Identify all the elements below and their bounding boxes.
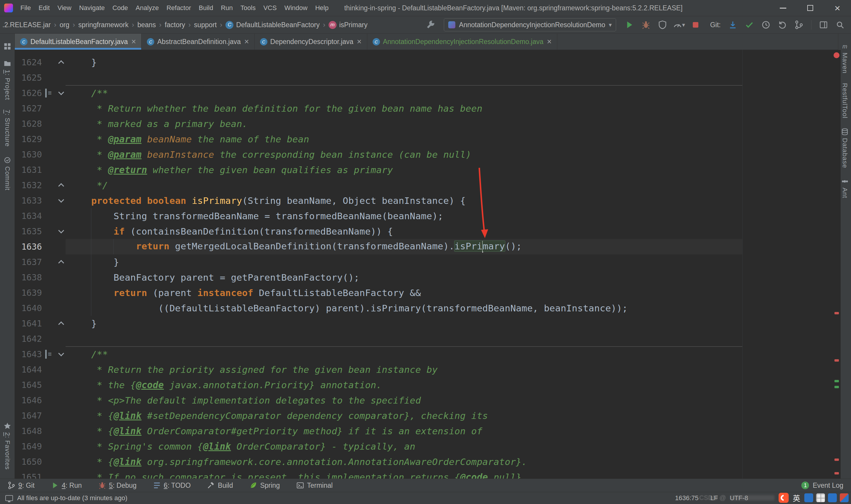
code-line[interactable]: 1649 * Spring's common {@link OrderCompa… xyxy=(15,439,833,454)
fold-up-icon[interactable] xyxy=(58,183,64,189)
tool-window-button-terminal[interactable]: Terminal xyxy=(296,482,333,489)
menu-tools[interactable]: Tools xyxy=(237,0,259,16)
profiler-button[interactable]: ▾ xyxy=(672,18,686,31)
code-line[interactable]: 1634 String transformedBeanName = transf… xyxy=(15,208,833,223)
run-button[interactable] xyxy=(622,18,637,31)
line-number[interactable]: 1644 xyxy=(15,364,42,375)
code-line[interactable]: 1639 return (parent instanceof DefaultLi… xyxy=(15,285,833,301)
toolwindow-switcher-icon[interactable] xyxy=(5,495,13,501)
code-text[interactable]: return getMergedLocalBeanDefinition(tran… xyxy=(67,241,522,253)
code-text[interactable]: * {@link OrderComparator#getPriority met… xyxy=(67,426,483,436)
menu-navigate[interactable]: Navigate xyxy=(75,0,109,16)
line-number[interactable]: 1645 xyxy=(15,380,42,390)
line-number[interactable]: 1649 xyxy=(15,442,42,451)
tool-window-button-project[interactable]: 1: Project xyxy=(3,60,11,100)
code-line[interactable]: 1632 */ xyxy=(15,178,833,193)
menu-refactor[interactable]: Refactor xyxy=(163,0,195,16)
menu-build[interactable]: Build xyxy=(195,0,217,16)
line-number[interactable]: 1638 xyxy=(15,272,42,283)
code-text[interactable]: * If no such comparator is present, this… xyxy=(67,472,527,479)
git-branches-button[interactable] xyxy=(792,18,807,31)
fold-up-icon[interactable] xyxy=(58,60,64,66)
ok-stripe-mark[interactable] xyxy=(834,380,839,382)
tool-window-button-debug[interactable]: 5: Debug xyxy=(98,482,137,489)
code-text[interactable]: BeanFactory parent = getParentBeanFactor… xyxy=(67,272,360,283)
editor-tab[interactable]: CDependencyDescriptor.java× xyxy=(255,34,367,50)
code-line[interactable]: 1628 * marked as a primary bean. xyxy=(15,116,833,131)
fold-down-icon[interactable] xyxy=(58,89,64,95)
code-text[interactable]: if (containsBeanDefinition(transformedBe… xyxy=(67,226,393,237)
tool-window-button-spring[interactable]: Spring xyxy=(249,482,279,489)
code-text[interactable]: * {@link org.springframework.core.annota… xyxy=(67,456,527,467)
line-number[interactable]: 1640 xyxy=(15,303,42,313)
code-line[interactable]: 1633 protected boolean isPrimary(String … xyxy=(15,193,833,208)
line-number[interactable]: 1642 xyxy=(15,334,42,344)
debug-button[interactable] xyxy=(638,18,653,31)
code-line[interactable]: 1646 * <p>The default implementation del… xyxy=(15,393,833,408)
inspections-settings-button[interactable] xyxy=(423,18,438,31)
editor-layout-button[interactable] xyxy=(816,18,831,31)
update-project-button[interactable] xyxy=(725,18,740,31)
code-text[interactable]: * @return whether the given bean qualifi… xyxy=(67,165,393,175)
menu-vcs[interactable]: VCS xyxy=(259,0,280,16)
code-line[interactable]: 1651 * If no such comparator is present,… xyxy=(15,469,833,479)
code-line[interactable]: 1648 * {@link OrderComparator#getPriorit… xyxy=(15,424,833,439)
error-stripe-mark[interactable] xyxy=(834,458,839,461)
code-text[interactable]: * {@link #setDependencyComparator depend… xyxy=(67,410,488,421)
line-number[interactable]: 1628 xyxy=(15,119,42,129)
line-number[interactable]: 1634 xyxy=(15,211,42,221)
line-number[interactable]: 1641 xyxy=(15,319,42,328)
maximize-button[interactable] xyxy=(797,0,824,16)
code-text[interactable]: } xyxy=(67,257,119,267)
code-text[interactable]: /** xyxy=(67,88,108,98)
close-button[interactable]: × xyxy=(824,0,851,16)
close-icon[interactable]: × xyxy=(357,38,362,46)
breadcrumb-item[interactable]: CDefaultListableBeanFactory xyxy=(225,21,320,29)
minimize-button[interactable] xyxy=(769,0,797,16)
code-text[interactable]: return (parent instanceof DefaultListabl… xyxy=(67,287,421,298)
code-text[interactable]: * the {@code javax.annotation.Priority} … xyxy=(67,380,382,390)
code-text[interactable]: protected boolean isPrimary(String beanN… xyxy=(67,195,466,206)
error-stripe-mark[interactable] xyxy=(834,472,839,474)
code-line[interactable]: 1647 * {@link #setDependencyComparator d… xyxy=(15,408,833,424)
line-number[interactable]: 1637 xyxy=(15,257,42,267)
tool-window-button-git[interactable]: 9: Git xyxy=(8,482,35,489)
code-line[interactable]: 1635 if (containsBeanDefinition(transfor… xyxy=(15,223,833,239)
close-icon[interactable]: × xyxy=(245,38,249,46)
tool-window-button-database[interactable]: Database xyxy=(841,128,849,168)
code-text[interactable]: String transformedBeanName = transformed… xyxy=(67,211,443,221)
menu-edit[interactable]: Edit xyxy=(35,0,53,16)
menu-file[interactable]: File xyxy=(17,0,35,16)
code-line[interactable]: 1627 * Return whether the bean definitio… xyxy=(15,101,833,116)
run-with-coverage-button[interactable] xyxy=(655,18,670,31)
history-button[interactable] xyxy=(759,18,773,31)
menu-run[interactable]: Run xyxy=(217,0,236,16)
tool-window-button-commit[interactable]: Commit xyxy=(3,156,11,191)
line-number[interactable]: 1643 xyxy=(15,349,42,359)
line-number[interactable]: 1625 xyxy=(15,73,42,83)
code-line[interactable]: 1644 * Return the priority assigned for … xyxy=(15,362,833,377)
code-line[interactable]: 1630 * @param beanInstance the correspon… xyxy=(15,147,833,162)
editor-tab[interactable]: CAbstractBeanDefinition.java× xyxy=(142,34,254,50)
tool-window-button-maven[interactable]: mMaven xyxy=(841,42,849,74)
line-number[interactable]: 1650 xyxy=(15,457,42,467)
error-stripe-mark[interactable] xyxy=(834,312,839,314)
code-line[interactable]: 1643≡ /** xyxy=(15,346,833,362)
close-icon[interactable]: × xyxy=(547,38,552,46)
code-line[interactable]: 1640 ((DefaultListableBeanFactory) paren… xyxy=(15,301,833,316)
line-number[interactable]: 1646 xyxy=(15,395,42,405)
line-number[interactable]: 1636 xyxy=(15,242,42,252)
line-number[interactable]: 1631 xyxy=(15,165,42,175)
breadcrumb-item[interactable]: factory xyxy=(165,21,185,29)
breadcrumb-item[interactable]: springframework xyxy=(78,21,129,29)
error-stripe-scrollbar[interactable] xyxy=(833,50,841,479)
code-text[interactable]: } xyxy=(67,57,97,68)
tool-window-button-run[interactable]: 4: Run xyxy=(51,482,82,489)
breadcrumb-item[interactable]: .2.RELEASE.jar xyxy=(2,21,51,29)
tool-window-button-ant[interactable]: Ant xyxy=(841,178,849,198)
search-everywhere-button[interactable] xyxy=(833,18,848,31)
code-line[interactable]: 1631 * @return whether the given bean qu… xyxy=(15,162,833,178)
line-number[interactable]: 1624 xyxy=(15,57,42,67)
code-line[interactable]: 1625 xyxy=(15,70,833,85)
run-configuration-select[interactable]: AnnotationDependencyInjectionResolutionD… xyxy=(444,18,616,31)
